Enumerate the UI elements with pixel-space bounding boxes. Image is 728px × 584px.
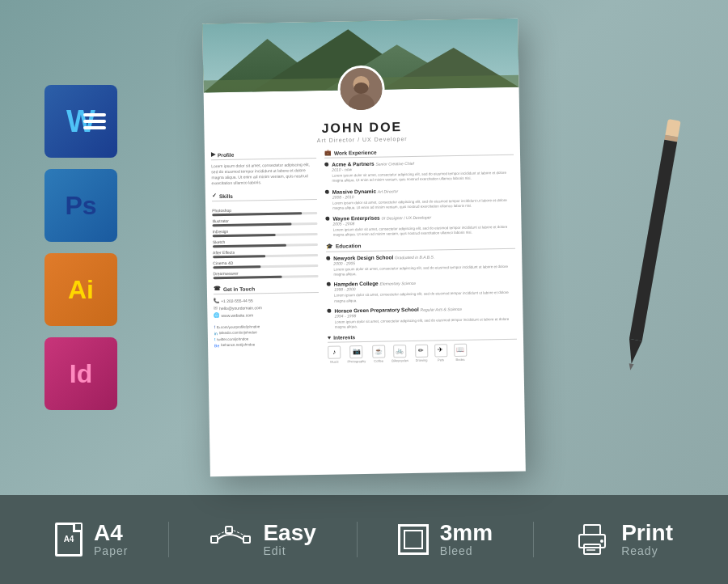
svg-point-20 — [600, 540, 603, 543]
bleed-sub-label: Bleed — [440, 544, 493, 557]
illustrator-icon: Ai — [44, 253, 117, 326]
edu-hampden: Hampden College Elementary Science 1998 … — [327, 278, 516, 304]
svg-rect-10 — [211, 536, 218, 543]
exp-massive: Massive Dynamic Art Director 2008 - 2010… — [325, 185, 514, 211]
svg-rect-17 — [584, 544, 600, 554]
a4-main-label: A4 — [94, 522, 128, 544]
bleed-icon-shape — [398, 524, 429, 555]
resume-right-column: 💼 Work Experience Acme & Partners Senior… — [324, 146, 518, 364]
resume-left-column: ▶ Profile Lorem ipsum dolor sit amet, co… — [211, 150, 320, 366]
main-area: W Ps Ai Id — [0, 0, 728, 495]
svg-rect-11 — [243, 536, 250, 543]
interest-music: ♪ Music — [328, 345, 341, 363]
skill-after-effects: After Effects — [213, 248, 318, 258]
profile-section-title: ▶ Profile — [211, 150, 316, 160]
contact-details: 📞 +1 202-555-44 55 ✉ hello@yourdomain.co… — [214, 296, 319, 318]
exp-acme: Acme & Partners Senior Creative Chief 20… — [324, 159, 514, 184]
profile-text: Lorem ipsum dolor sit amet, consectetur … — [211, 162, 316, 186]
contact-section-title: ☎ Get in Touch — [214, 284, 319, 294]
interest-bikeycycles: 🚲 Bikeycycles — [392, 345, 408, 362]
interests-section-title: ♥ Interests — [328, 331, 517, 342]
bottom-feature-bar: A4 A4 Paper Easy Edit 3mm Bleed — [0, 495, 728, 584]
profile-icon: ▶ — [211, 151, 215, 158]
skill-dreamweaver: Dreamweaver — [213, 269, 318, 279]
easy-sub-label: Edit — [263, 544, 315, 557]
print-main-label: Print — [621, 522, 673, 544]
skill-illustrator: Illustrator — [212, 217, 317, 226]
skill-photoshop: Photoshop — [212, 206, 317, 216]
bleed-text-group: 3mm Bleed — [440, 522, 493, 557]
easy-edit-text-group: Easy Edit — [263, 522, 315, 557]
contact-email: ✉ hello@yourdomain.com — [214, 303, 319, 311]
heart-icon: ♥ — [328, 334, 331, 340]
easy-main-label: Easy — [263, 522, 315, 544]
feature-a4: A4 A4 Paper — [15, 522, 169, 557]
edu-newyork: Newyork Design School Graduated in B.A.B… — [326, 252, 515, 278]
interest-photography: 📷 Photography — [347, 345, 366, 363]
contact-icon: ☎ — [214, 286, 221, 292]
print-sub-label: Ready — [621, 544, 673, 557]
briefcase-icon: 💼 — [324, 150, 332, 156]
resume-paper: JOHN DOE Art Director / UX Developer ▶ P… — [202, 19, 526, 477]
interest-coffee: ☕ Coffee — [372, 345, 385, 362]
pencil-decoration — [622, 119, 681, 376]
a4-paper-icon: A4 — [55, 523, 83, 556]
print-text-group: Print Ready — [621, 522, 673, 557]
contact-phone: 📞 +1 202-555-44 55 — [214, 296, 319, 303]
software-icons-group: W Ps Ai Id — [44, 85, 117, 410]
education-section-title: 🎓 Education — [326, 240, 515, 252]
skill-sketch: Sketch — [213, 238, 318, 248]
interest-drawing: ✏ Drawing — [415, 344, 428, 362]
feature-print: Print Ready — [534, 522, 713, 557]
resume-body: ▶ Profile Lorem ipsum dolor sit amet, co… — [205, 146, 524, 372]
indesign-icon: Id — [44, 337, 117, 410]
social-links: f fb.com/yourprofile/johndoe in linkedin… — [214, 323, 320, 348]
word-icon: W — [44, 85, 117, 158]
interest-pets: ✈ Pets — [434, 344, 447, 362]
skills-section-title: ✓ Skills — [212, 191, 317, 201]
graduation-icon: 🎓 — [326, 243, 333, 249]
photoshop-icon: Ps — [44, 169, 117, 242]
feature-bleed: 3mm Bleed — [358, 522, 534, 557]
profile-avatar-svg — [340, 68, 383, 111]
a4-text-group: A4 Paper — [94, 522, 128, 557]
skill-cinema4d: Cinema 4D — [213, 259, 318, 269]
exp-wayne: Wayne Enterprises UI Designer / UX Devel… — [325, 213, 514, 239]
interest-books: 📖 Books — [454, 343, 467, 361]
skills-list: Photoshop Illustrator InDesign Sketch — [212, 206, 319, 279]
a4-sub-label: Paper — [94, 544, 128, 557]
bleed-main-label: 3mm — [440, 522, 493, 544]
skills-check-icon: ✓ — [212, 193, 217, 199]
svg-rect-15 — [584, 525, 600, 535]
edu-horace: Horace Green Preparatory School Regular … — [327, 305, 516, 331]
skill-indesign: InDesign — [213, 227, 318, 237]
interests-list: ♪ Music 📷 Photography ☕ Coffee 🚲 Bikeycy… — [328, 342, 517, 363]
bezier-curve-icon — [210, 525, 252, 554]
printer-icon — [574, 522, 610, 557]
contact-website: 🌐 www.website.com — [214, 311, 319, 318]
feature-easy-edit: Easy Edit — [169, 522, 357, 557]
social-behance: Be behance.net/johndoe — [214, 341, 320, 347]
